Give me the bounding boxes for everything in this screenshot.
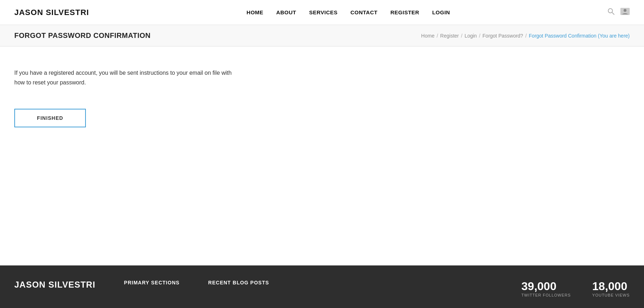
breadcrumb: Home / Register / Login / Forgot Passwor… (421, 33, 630, 39)
breadcrumb-bar: FORGOT PASSWORD CONFIRMATION Home / Regi… (0, 25, 644, 47)
breadcrumb-login[interactable]: Login (464, 33, 477, 39)
nav-about[interactable]: ABOUT (276, 9, 296, 15)
page-title: FORGOT PASSWORD CONFIRMATION (14, 31, 151, 40)
footer-recent-posts: RECENT BLOG POSTS (208, 280, 269, 285)
breadcrumb-register[interactable]: Register (440, 33, 459, 39)
breadcrumb-sep-3: / (479, 33, 480, 39)
svg-point-3 (624, 9, 626, 12)
breadcrumb-sep-1: / (436, 33, 438, 39)
footer-primary-title: PRIMARY SECTIONS (124, 280, 180, 285)
main-content: If you have a registered account, you wi… (0, 47, 644, 265)
twitter-followers-label: TWITTER FOLLOWERS (521, 293, 571, 297)
footer-stat-youtube: 18,000 YOUTUBE VIEWS (592, 280, 630, 297)
confirmation-message: If you have a registered account, you wi… (14, 68, 236, 87)
nav-home[interactable]: HOME (247, 9, 263, 15)
nav-register[interactable]: REGISTER (390, 9, 419, 15)
breadcrumb-home[interactable]: Home (421, 33, 434, 39)
breadcrumb-sep-2: / (461, 33, 463, 39)
nav-login[interactable]: LOGIN (432, 9, 450, 15)
footer-stat-twitter: 39,000 TWITTER FOLLOWERS (521, 280, 571, 297)
svg-point-0 (608, 9, 613, 13)
footer-logo: JASON SILVESTRI (14, 280, 96, 290)
nav-services[interactable]: SERVICES (309, 9, 338, 15)
youtube-views-label: YOUTUBE VIEWS (592, 293, 630, 297)
footer-stats: 39,000 TWITTER FOLLOWERS 18,000 YOUTUBE … (521, 280, 630, 297)
twitter-followers-count: 39,000 (521, 280, 571, 293)
breadcrumb-sep-4: / (525, 33, 527, 39)
search-icon[interactable] (608, 8, 615, 17)
user-icon[interactable] (620, 8, 630, 17)
site-logo[interactable]: JASON SILVESTRI (14, 8, 89, 17)
footer-primary-sections: PRIMARY SECTIONS (124, 280, 180, 285)
footer-top: JASON SILVESTRI PRIMARY SECTIONS RECENT … (14, 280, 630, 297)
breadcrumb-forgot[interactable]: Forgot Password? (483, 33, 523, 39)
youtube-views-count: 18,000 (592, 280, 630, 293)
finished-button[interactable]: FINISHED (14, 109, 86, 127)
site-footer: JASON SILVESTRI PRIMARY SECTIONS RECENT … (0, 265, 644, 308)
site-header: JASON SILVESTRI HOME ABOUT SERVICES CONT… (0, 0, 644, 25)
nav-contact[interactable]: CONTACT (350, 9, 377, 15)
svg-line-1 (612, 13, 614, 15)
main-nav: HOME ABOUT SERVICES CONTACT REGISTER LOG… (247, 9, 450, 15)
breadcrumb-current: Forgot Password Confirmation (You are he… (529, 33, 630, 39)
header-icons (608, 8, 630, 17)
footer-recent-title: RECENT BLOG POSTS (208, 280, 269, 285)
